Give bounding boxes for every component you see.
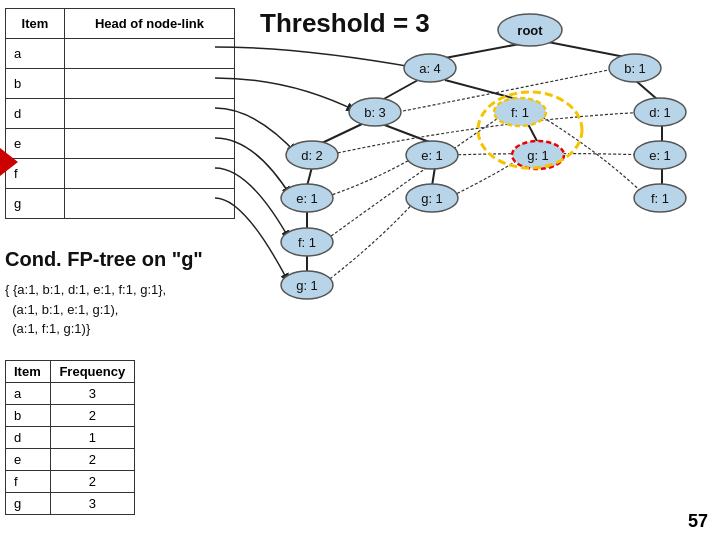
node-link-header: Head of node-link (64, 9, 234, 39)
freq-item-g: g (6, 493, 51, 515)
svg-line-0 (445, 42, 530, 58)
svg-point-28 (286, 141, 338, 169)
svg-point-42 (281, 228, 333, 256)
freq-val-b: 2 (50, 405, 134, 427)
svg-line-5 (322, 124, 362, 143)
svg-text:g: 1: g: 1 (527, 148, 549, 163)
cond-fp-tree-title: Cond. FP-tree on "g" (5, 248, 203, 271)
svg-line-9 (307, 167, 312, 186)
table-row: f 2 (6, 471, 135, 493)
header-table: Item Head of node-link a b d e f g (5, 8, 235, 219)
svg-point-16 (498, 14, 562, 46)
link-a (64, 39, 234, 69)
cond-line-2: (a:1, b:1, e:1, g:1), (5, 300, 166, 320)
svg-point-24 (494, 98, 546, 126)
svg-point-36 (281, 184, 333, 212)
svg-text:a: 4: a: 4 (419, 61, 441, 76)
item-d: d (6, 99, 65, 129)
frequency-table: Item Frequency a 3 b 2 d 1 e 2 f 2 g 3 (5, 360, 135, 515)
svg-text:b: 1: b: 1 (624, 61, 646, 76)
freq-val-e: 2 (50, 449, 134, 471)
table-row: a 3 (6, 383, 135, 405)
svg-line-7 (528, 124, 538, 143)
svg-point-26 (634, 98, 686, 126)
svg-line-3 (445, 80, 520, 100)
svg-point-34 (634, 141, 686, 169)
table-row: b 2 (6, 405, 135, 427)
svg-text:d: 1: d: 1 (649, 105, 671, 120)
svg-point-20 (609, 54, 661, 82)
svg-line-2 (382, 80, 418, 100)
svg-text:b: 3: b: 3 (364, 105, 386, 120)
svg-line-4 (635, 80, 658, 100)
red-arrow-icon (0, 148, 18, 176)
freq-item-f: f (6, 471, 51, 493)
svg-text:d: 2: d: 2 (301, 148, 323, 163)
link-b (64, 69, 234, 99)
item-b: b (6, 69, 65, 99)
table-row: g 3 (6, 493, 135, 515)
cond-line-3: (a:1, f:1, g:1)} (5, 319, 166, 339)
svg-text:g: 1: g: 1 (296, 278, 318, 293)
svg-point-44 (281, 271, 333, 299)
freq-item-d: d (6, 427, 51, 449)
svg-point-30 (406, 141, 458, 169)
link-d (64, 99, 234, 129)
freq-val-f: 2 (50, 471, 134, 493)
item-header: Item (6, 9, 65, 39)
item-a: a (6, 39, 65, 69)
link-e (64, 129, 234, 159)
svg-line-10 (432, 167, 435, 186)
svg-text:e: 1: e: 1 (296, 191, 318, 206)
svg-text:e: 1: e: 1 (649, 148, 671, 163)
freq-val-g: 3 (50, 493, 134, 515)
cond-line-1: { {a:1, b:1, d:1, e:1, f:1, g:1}, (5, 280, 166, 300)
svg-point-32 (512, 141, 564, 169)
svg-text:f: 1: f: 1 (511, 105, 529, 120)
page-number: 57 (688, 511, 708, 532)
svg-text:f: 1: f: 1 (298, 235, 316, 250)
svg-line-1 (548, 42, 630, 58)
svg-marker-47 (0, 148, 18, 176)
svg-point-46 (478, 92, 582, 168)
freq-item-header: Item (6, 361, 51, 383)
freq-item-e: e (6, 449, 51, 471)
svg-point-22 (349, 98, 401, 126)
freq-frequency-header: Frequency (50, 361, 134, 383)
svg-text:g: 1: g: 1 (421, 191, 443, 206)
svg-text:e: 1: e: 1 (421, 148, 443, 163)
item-g: g (6, 189, 65, 219)
freq-item-b: b (6, 405, 51, 427)
link-f (64, 159, 234, 189)
cond-fp-tree-text: { {a:1, b:1, d:1, e:1, f:1, g:1}, (a:1, … (5, 280, 166, 339)
freq-val-d: 1 (50, 427, 134, 449)
page-title: Threshold = 3 (260, 8, 430, 39)
svg-line-6 (382, 124, 432, 143)
table-row: e 2 (6, 449, 135, 471)
svg-text:root: root (517, 23, 543, 38)
svg-point-40 (634, 184, 686, 212)
table-row: d 1 (6, 427, 135, 449)
link-g (64, 189, 234, 219)
freq-item-a: a (6, 383, 51, 405)
svg-point-18 (404, 54, 456, 82)
svg-point-38 (406, 184, 458, 212)
svg-text:f: 1: f: 1 (651, 191, 669, 206)
freq-val-a: 3 (50, 383, 134, 405)
